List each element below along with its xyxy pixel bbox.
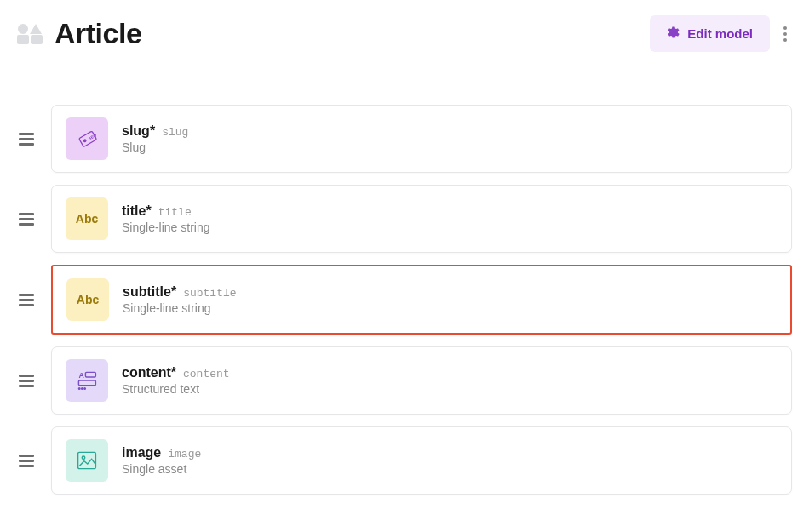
content-icon: A (66, 359, 108, 402)
field-type: Single asset (122, 462, 201, 476)
drag-handle-icon[interactable] (17, 131, 36, 147)
svg-text:A: A (78, 371, 84, 380)
field-info: imageimageSingle asset (122, 445, 201, 476)
drag-handle-icon[interactable] (17, 211, 36, 227)
field-api-id: title (158, 206, 192, 219)
field-info: content*contentStructured text (122, 365, 230, 396)
svg-rect-5 (78, 380, 95, 386)
field-api-id: slug (162, 126, 188, 139)
svg-point-8 (84, 388, 86, 390)
fields-list: SEOslug*slugSlugAbctitle*titleSingle-lin… (17, 105, 792, 495)
field-info: title*titleSingle-line string (122, 203, 210, 234)
svg-point-1 (83, 140, 86, 142)
gear-icon (667, 26, 680, 42)
field-api-id: subtitle (183, 287, 236, 300)
field-api-id: image (168, 448, 201, 460)
abc-icon: Abc (66, 197, 108, 240)
drag-handle-icon[interactable] (17, 292, 36, 308)
svg-point-10 (82, 456, 85, 460)
field-name: title* (122, 203, 152, 219)
field-name: image (122, 445, 161, 460)
field-row: SEOslug*slugSlug (17, 105, 792, 173)
page-header: Article Edit model (17, 15, 792, 52)
field-card[interactable]: imageimageSingle asset (51, 426, 792, 495)
shapes-icon (17, 24, 43, 44)
more-options-button[interactable] (778, 20, 792, 49)
field-name: slug* (122, 123, 155, 139)
field-card[interactable]: Abctitle*titleSingle-line string (51, 185, 792, 253)
field-name: subtitle* (123, 284, 176, 300)
field-type: Slug (122, 140, 188, 154)
svg-rect-4 (85, 372, 95, 377)
edit-model-button[interactable]: Edit model (650, 15, 770, 52)
field-api-id: content (183, 368, 230, 380)
field-card[interactable]: Acontent*contentStructured text (51, 346, 792, 415)
field-row: Acontent*contentStructured text (17, 346, 792, 415)
field-type: Single-line string (123, 301, 237, 315)
header-left: Article (17, 17, 141, 50)
field-row: Abctitle*titleSingle-line string (17, 185, 792, 253)
field-row: Abcsubtitle*subtitleSingle-line string (17, 265, 792, 335)
header-right: Edit model (650, 15, 792, 52)
field-type: Structured text (122, 382, 230, 396)
field-info: subtitle*subtitleSingle-line string (123, 284, 237, 315)
field-type: Single-line string (122, 220, 210, 234)
edit-model-label: Edit model (687, 26, 753, 41)
page-title: Article (55, 17, 141, 50)
svg-point-7 (82, 388, 83, 390)
slug-icon: SEO (66, 117, 108, 160)
field-card[interactable]: SEOslug*slugSlug (51, 105, 792, 173)
abc-icon: Abc (66, 278, 109, 321)
field-card[interactable]: Abcsubtitle*subtitleSingle-line string (51, 265, 792, 335)
drag-handle-icon[interactable] (17, 373, 36, 389)
svg-point-6 (78, 388, 80, 390)
drag-handle-icon[interactable] (17, 453, 36, 469)
field-name: content* (122, 365, 176, 380)
field-row: imageimageSingle asset (17, 426, 792, 495)
field-info: slug*slugSlug (122, 123, 188, 154)
image-icon (66, 439, 108, 482)
